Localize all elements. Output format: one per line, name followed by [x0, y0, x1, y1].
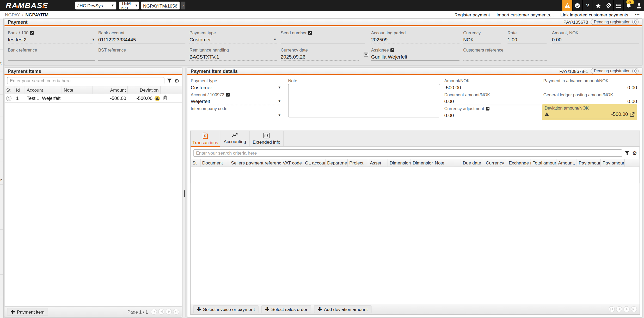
detail-currency-adjustment-field[interactable]: Currency adjustment 0.00 [444, 106, 542, 119]
column-header[interactable]: Id [14, 86, 25, 94]
select-sales-order-button[interactable]: ✚ Select sales order [261, 305, 311, 313]
first-page-button[interactable] [609, 306, 615, 312]
column-header[interactable]: Note [62, 86, 93, 94]
payment-items-search-input[interactable] [7, 77, 164, 84]
last-page-button[interactable] [631, 306, 637, 312]
favorites-button[interactable] [593, 0, 603, 11]
transactions-search-input[interactable] [193, 149, 622, 157]
link-imported-customer-payments-button[interactable]: Link imported customer payments [560, 12, 628, 17]
column-header[interactable]: Deviation [128, 86, 161, 94]
first-page-button[interactable] [151, 309, 157, 315]
trash-icon[interactable] [163, 95, 167, 100]
column-header[interactable]: Pay amount, [601, 159, 624, 167]
tab-transactions[interactable]: $ Transactions [191, 131, 220, 146]
more-actions-button[interactable]: ••• [635, 13, 640, 17]
open-record-icon[interactable] [486, 107, 489, 110]
register-payment-button[interactable]: Register payment [455, 12, 490, 17]
open-record-icon[interactable] [308, 31, 312, 35]
seal-check-icon [575, 3, 580, 8]
detail-payment-in-advance-field[interactable]: Payment in advance amount/NOK 0.00 [543, 78, 637, 91]
rambase-logo[interactable]: RAMBASE [6, 1, 68, 10]
calendar-icon[interactable] [364, 52, 368, 56]
attachments-button[interactable] [603, 0, 613, 11]
column-header[interactable]: Document [201, 159, 229, 167]
open-record-icon[interactable] [226, 93, 230, 96]
detail-account-field[interactable]: Account / 100972 Wejerfelt▼ [191, 92, 281, 105]
filter-icon[interactable] [625, 151, 630, 156]
customers-reference-field[interactable]: Customers reference [463, 47, 547, 60]
currency-field[interactable]: Currency NOK [463, 30, 501, 43]
detail-payment-type-field[interactable]: Payment type Customer▼ [191, 78, 281, 91]
warnings-button[interactable] [562, 0, 572, 11]
deviation-warning-icon[interactable] [155, 96, 160, 101]
locale-select[interactable]: TEM-NO ▼ [119, 2, 139, 9]
tab-extended-info[interactable]: Extended info [250, 131, 284, 146]
open-record-icon[interactable] [30, 31, 34, 35]
add-payment-item-button[interactable]: ✚ Payment item [7, 308, 48, 316]
column-header[interactable]: VAT code [281, 159, 303, 167]
column-header[interactable]: Amount [93, 86, 128, 94]
document-id-input[interactable] [141, 2, 180, 9]
amount-nok-field[interactable]: Amount, NOK 0.00 [552, 30, 639, 43]
column-header[interactable]: Amount, [556, 159, 577, 167]
import-customer-payments-button[interactable]: Import customer payments... [496, 12, 554, 17]
add-deviation-amount-button[interactable]: ✚ Add deviation amount [314, 305, 371, 313]
bank-reference-field[interactable]: Bank reference [8, 47, 95, 60]
bst-reference-field[interactable]: BST reference [98, 47, 185, 60]
column-header[interactable]: Total amount [531, 159, 556, 167]
column-header[interactable]: GL account [303, 159, 326, 167]
rate-field[interactable]: Rate 1.00 [507, 30, 547, 43]
back-button[interactable]: ‹ [181, 2, 185, 9]
next-page-button[interactable] [165, 309, 172, 315]
column-header[interactable]: Exchange rate [507, 159, 531, 167]
user-button[interactable] [634, 0, 644, 11]
open-record-icon[interactable] [390, 48, 394, 52]
gear-icon[interactable]: ⚙ [174, 78, 179, 84]
detail-gl-posting-field[interactable]: General ledger posting amount/NOK 0.00 [543, 92, 637, 105]
panel-splitter[interactable] [182, 67, 186, 317]
column-header[interactable]: Dimension 4 ... [388, 159, 411, 167]
notifications-button[interactable]: 99+ [623, 0, 634, 11]
gear-icon[interactable]: ⚙ [632, 150, 637, 156]
column-header[interactable]: Department [326, 159, 348, 167]
assignee-field[interactable]: Assignee Gunilla Wejerfelt [371, 47, 459, 60]
column-header[interactable]: St [4, 86, 14, 94]
detail-intercompany-field[interactable]: Intercompany code ▼ [191, 106, 281, 119]
column-header[interactable]: Sellers payment reference [229, 159, 281, 167]
column-header[interactable]: St [191, 159, 201, 167]
column-header[interactable]: Due date [461, 159, 484, 167]
select-invoice-or-payment-button[interactable]: ✚ Select invoice or payment [193, 305, 259, 313]
approval-button[interactable] [572, 0, 582, 11]
deviation-amount-field[interactable]: Deviation amount/NOK -500.00 [542, 104, 637, 120]
bank-account-field[interactable]: Bank account 01112223334445 [98, 30, 185, 43]
external-link-icon[interactable] [630, 112, 634, 116]
tab-accounting[interactable]: Accounting [220, 131, 250, 146]
column-header[interactable]: Dimension 5 ... [411, 159, 433, 167]
filter-icon[interactable] [167, 78, 172, 83]
accounting-period-field[interactable]: Accounting period 202509 [371, 30, 459, 43]
note-textarea[interactable] [288, 84, 440, 117]
column-header[interactable]: Asset [368, 159, 388, 167]
help-button[interactable]: ? [582, 0, 592, 11]
currency-date-field[interactable]: Currency date 2025.09.26 [281, 47, 359, 60]
left-rail[interactable]: t n [0, 18, 4, 318]
send-number-field[interactable]: Send number [281, 30, 365, 43]
last-page-button[interactable] [173, 309, 179, 315]
column-header[interactable]: Project [348, 159, 368, 167]
next-page-button[interactable] [623, 306, 630, 312]
prev-page-button[interactable] [158, 309, 164, 315]
bank-field[interactable]: Bank / 100 testtest2▼ [8, 30, 95, 43]
detail-amount-field[interactable]: Amount/NOK -500.00 [444, 78, 542, 91]
task-list-button[interactable] [613, 0, 623, 11]
system-select[interactable]: JHC DevSys ▼ [75, 2, 116, 9]
breadcrumb-parent[interactable]: NGPAY [5, 12, 20, 17]
column-header[interactable]: Currency [484, 159, 507, 167]
payment-type-field[interactable]: Payment type Customer▼ [189, 30, 277, 43]
payment-item-row[interactable]: 1 1 Test 1, Wejerfelt -500.00 -500.00 [4, 94, 182, 103]
detail-document-amount-field[interactable]: Document amount/NOK 0.00 [444, 92, 542, 105]
prev-page-button[interactable] [616, 306, 622, 312]
remittance-handling-field[interactable]: Remittance handling BACSTXTV.1 [189, 47, 277, 60]
column-header[interactable]: Account [25, 86, 62, 94]
column-header[interactable]: Pay amount [577, 159, 601, 167]
column-header[interactable]: Note [433, 159, 461, 167]
